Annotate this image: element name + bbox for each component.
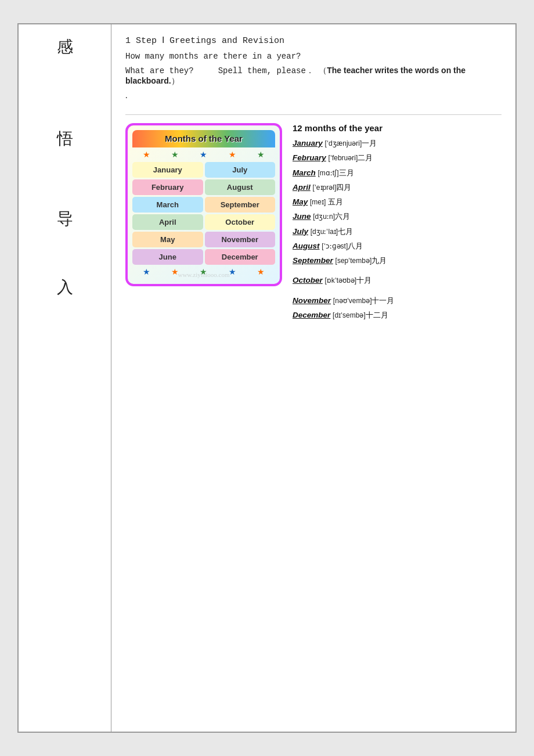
chinese-june: 六月 (335, 212, 350, 221)
month-name-april: April (293, 183, 311, 192)
cal-cell-april: April (132, 214, 203, 230)
month-entry-june: June [dʒuːn]六月 (293, 211, 501, 222)
month-name-december: December (293, 311, 330, 319)
phonetic-april: [ˈeɪprəl] (313, 183, 337, 192)
phonetic-march: [mɑːtʃ] (318, 169, 339, 177)
cal-cell-december: December (205, 249, 276, 265)
star-4: ★ (229, 150, 236, 160)
chinese-september: 九月 (371, 256, 387, 265)
months-calendar: Months of the Year ★ ★ ★ ★ ★ January Jul… (125, 123, 282, 286)
chinese-april: 四月 (336, 183, 351, 192)
content-area: Months of the Year ★ ★ ★ ★ ★ January Jul… (125, 123, 501, 324)
cal-cell-january: January (132, 162, 203, 178)
dot-line: . (125, 91, 501, 100)
phonetic-may: [meɪ] (310, 198, 326, 206)
phonetic-june: [dʒuːn] (313, 213, 335, 221)
month-entry-april: April [ˈeɪprəl]四月 (293, 182, 501, 193)
phonetic-august: [ˈɔːɡəst] (322, 242, 348, 250)
month-entry-august: August [ˈɔːɡəst]八月 (293, 240, 501, 252)
month-name-june: June (293, 212, 311, 221)
month-name-october: October (293, 276, 323, 285)
months-list-col: 12 months of the year January [ˈdʒænjuər… (293, 123, 501, 324)
month-entry-may: May [meɪ] 五月 (293, 196, 501, 208)
phonetic-july: [dʒuːˈlaɪ] (311, 228, 338, 236)
phonetic-january: [ˈdʒænjuəri] (325, 139, 362, 147)
label-wu: 悟 (24, 128, 105, 150)
chinese-december: 十二月 (366, 311, 388, 319)
star-5: ★ (257, 150, 265, 160)
calendar-title-bar: Months of the Year (132, 130, 275, 147)
star-2: ★ (171, 150, 179, 160)
month-name-january: January (293, 139, 323, 147)
main-table: 感 悟 导 入 1 Step Ⅰ Greetings and Revision … (18, 24, 516, 732)
cal-cell-february: February (132, 179, 203, 195)
cal-cell-july: July (205, 162, 276, 178)
phonetic-february: [ˈfebruəri] (329, 154, 358, 162)
label-dao: 导 (24, 208, 105, 230)
month-entry-october: October [ɒkˈtəʊbə]十月 (293, 275, 501, 286)
calendar-title: Months of the Year (165, 134, 243, 143)
month-name-august: August (293, 242, 320, 250)
star-3: ★ (200, 150, 207, 160)
cal-cell-september: September (205, 197, 276, 213)
cal-cell-october: October (205, 214, 276, 230)
month-entry-september: September [sepˈtembə]九月 (293, 255, 501, 267)
step-title: 1 Step Ⅰ Greetings and Revision (125, 35, 501, 46)
star-row-top: ★ ★ ★ ★ ★ (132, 150, 275, 160)
cal-cell-may: May (132, 232, 203, 247)
phonetic-november: [nəʊˈvembə] (333, 297, 372, 305)
question1: How many months are there in a year? (125, 52, 501, 61)
teacher-note-bracket-open: （ (319, 66, 327, 75)
month-entry-february: February [ˈfebruəri]二月 (293, 152, 501, 164)
star-b5: ★ (257, 267, 265, 277)
month-name-july: July (293, 227, 308, 236)
star-b1: ★ (143, 267, 150, 277)
cal-cell-june: June (132, 249, 203, 265)
phonetic-october: [ɒkˈtəʊbə] (325, 276, 357, 285)
teacher-note: What are they? Spell them, please． （The … (125, 66, 501, 87)
star-b2: ★ (171, 267, 179, 277)
chinese-january: 一月 (362, 139, 377, 147)
chinese-may: 五月 (326, 197, 342, 206)
chinese-february: 二月 (358, 153, 373, 162)
header-section: 1 Step Ⅰ Greetings and Revision How many… (125, 35, 501, 115)
calendar-grid: January July February August March Septe… (132, 162, 275, 265)
month-name-september: September (293, 256, 333, 265)
question2-text: What are they? Spell them, please． (125, 66, 314, 75)
right-column: 1 Step Ⅰ Greetings and Revision How many… (111, 24, 516, 732)
month-name-march: March (293, 168, 316, 177)
cal-cell-august: August (205, 179, 276, 195)
star-row-bottom: ★ ★ ★ ★ ★ (132, 267, 275, 277)
months-list-title: 12 months of the year (293, 123, 501, 133)
label-ru: 入 (24, 276, 105, 298)
month-entry-july: July [dʒuːˈlaɪ]七月 (293, 226, 501, 237)
month-name-may: May (293, 197, 308, 206)
chinese-november: 十一月 (371, 296, 394, 305)
month-name-november: November (293, 296, 331, 305)
teacher-note-bracket-close: ） (171, 77, 179, 86)
phonetic-september: [sepˈtembə] (335, 257, 372, 265)
cal-cell-march: March (132, 197, 203, 213)
month-entry-november: November [nəʊˈvembə]十一月 (293, 295, 501, 307)
month-name-february: February (293, 153, 326, 162)
chinese-march: 三月 (339, 168, 354, 177)
chinese-july: 七月 (338, 227, 353, 236)
month-entry-january: January [ˈdʒænjuəri]一月 (293, 138, 501, 149)
page-wrapper: 感 悟 导 入 1 Step Ⅰ Greetings and Revision … (17, 23, 517, 733)
star-1: ★ (143, 150, 150, 160)
phonetic-december: [dɪˈsembə] (333, 311, 366, 319)
cal-cell-november: November (205, 232, 276, 247)
label-gan: 感 (24, 36, 105, 58)
chinese-october: 十月 (356, 276, 371, 285)
star-b3: ★ (200, 267, 207, 277)
month-entry-december: December [dɪˈsembə]十二月 (293, 309, 501, 321)
star-b4: ★ (229, 267, 236, 277)
chinese-august: 八月 (348, 242, 363, 250)
left-column: 感 悟 导 入 (19, 24, 111, 732)
month-entry-march: March [mɑːtʃ]三月 (293, 167, 501, 179)
